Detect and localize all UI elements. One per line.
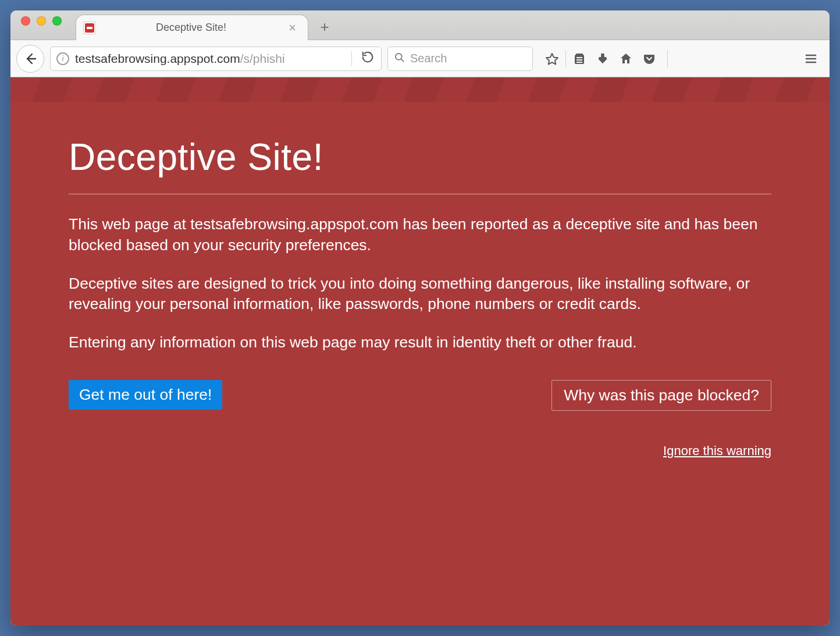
why-blocked-button[interactable]: Why was this page blocked? [551,380,771,411]
browser-window: Deceptive Site! × + i testsafebrowsing.a… [10,10,830,626]
warning-stripe [10,77,830,102]
warning-page: Deceptive Site! This web page at testsaf… [10,77,830,626]
window-controls [17,10,76,40]
warning-actions: Get me out of here! Why was this page bl… [69,380,771,411]
svg-line-2 [401,59,404,61]
menu-icon [804,52,818,66]
warning-paragraph: Deceptive sites are designed to trick yo… [69,273,771,315]
window-close-button[interactable] [21,16,30,26]
hamburger-menu-button[interactable] [798,46,824,72]
warning-heading: Deceptive Site! [69,136,771,194]
search-icon [394,52,405,66]
ignore-warning-link[interactable]: Ignore this warning [663,443,771,458]
get-me-out-button[interactable]: Get me out of here! [69,380,222,410]
back-button[interactable] [16,45,44,73]
svg-rect-5 [576,54,583,55]
url-bar[interactable]: i testsafebrowsing.appspot.com/s/phishi [50,47,382,71]
pocket-button[interactable] [638,47,660,71]
toolbar-separator [667,50,668,67]
window-minimize-button[interactable] [37,16,46,26]
tab-close-icon[interactable]: × [286,22,298,34]
url-host: testsafebrowsing.appspot.com [75,52,240,65]
tab-title: Deceptive Site! [103,22,279,34]
new-tab-button[interactable]: + [312,14,337,40]
url-separator [351,51,352,66]
downloads-button[interactable] [592,47,614,71]
toolbar: i testsafebrowsing.appspot.com/s/phishi [10,40,830,77]
tab-bar: Deceptive Site! × + [10,10,830,40]
site-info-icon[interactable]: i [56,52,69,65]
bookmark-star-button[interactable] [541,47,563,71]
warning-paragraph: This web page at testsafebrowsing.appspo… [69,214,771,256]
svg-rect-6 [576,57,582,58]
url-text: testsafebrowsing.appspot.com/s/phishi [75,52,346,66]
toolbar-separator [565,50,566,67]
svg-rect-7 [576,59,582,61]
svg-rect-8 [576,62,582,63]
reading-list-button[interactable] [568,47,590,71]
home-button[interactable] [615,47,637,71]
svg-rect-11 [601,54,604,59]
window-zoom-button[interactable] [52,16,62,26]
toolbar-icons [541,47,660,71]
warning-paragraph: Entering any information on this web pag… [69,332,771,353]
url-path: /s/phishi [240,52,285,65]
tab-favicon-icon [83,22,96,34]
browser-tab[interactable]: Deceptive Site! × [76,15,308,40]
search-bar[interactable] [387,47,533,71]
search-input[interactable] [410,52,557,65]
svg-marker-3 [546,54,558,65]
arrow-left-icon [23,52,37,66]
reload-button[interactable] [358,51,376,66]
